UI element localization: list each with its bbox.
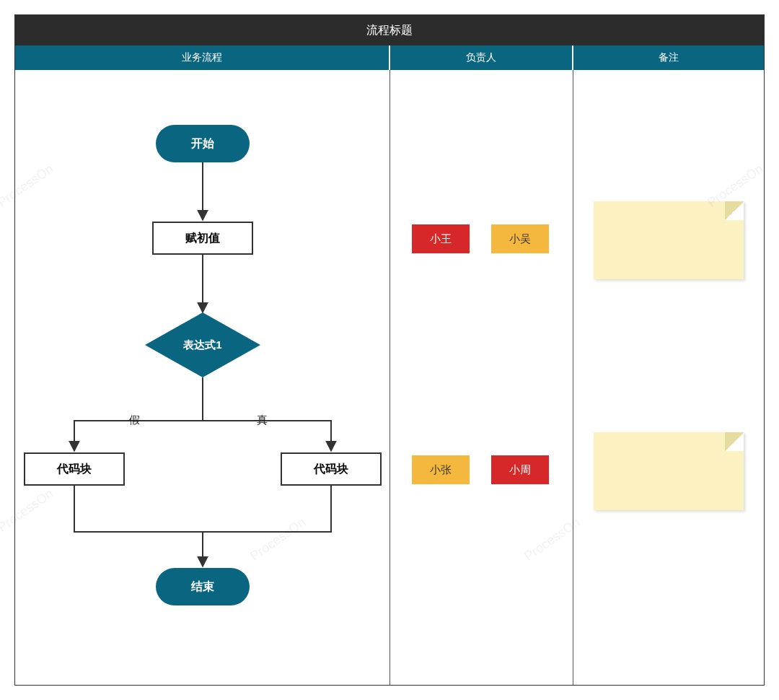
sticky-note-2[interactable] — [594, 432, 744, 510]
node-start[interactable]: 开始 — [156, 125, 250, 162]
node-code-left[interactable]: 代码块 — [24, 452, 125, 486]
sticky-note-1[interactable] — [594, 201, 744, 279]
diagram-title: 流程标题 — [366, 23, 413, 38]
owner-tag-zhang[interactable]: 小张 — [412, 455, 470, 484]
owner-tag-wang[interactable]: 小王 — [412, 224, 470, 253]
col-process: 开始 赋初值 表达式1 假 真 代码块 代码块 — [15, 70, 390, 685]
col-header-process: 业务流程 — [15, 45, 390, 70]
diagram-body: 开始 赋初值 表达式1 假 真 代码块 代码块 — [15, 70, 764, 685]
col-notes: ProcessOn — [573, 70, 764, 685]
owner-tag-wu[interactable]: 小吴 — [491, 224, 549, 253]
watermark: ProcessOn — [247, 515, 309, 564]
owner-tag-zhou[interactable]: 小周 — [491, 455, 549, 484]
node-decision[interactable]: 表达式1 — [145, 312, 260, 377]
watermark: ProcessOn — [0, 161, 56, 210]
node-init[interactable]: 赋初值 — [152, 222, 253, 255]
swimlane-diagram: 流程标题 业务流程 负责人 备注 — [14, 14, 765, 686]
col-header-owner: 负责人 — [390, 45, 573, 70]
label-true: 真 — [257, 414, 268, 427]
label-false: 假 — [129, 414, 140, 427]
col-owners: 小王 小吴 小张 小周 ProcessOn — [390, 70, 573, 685]
watermark: ProcessOn — [0, 486, 56, 535]
node-end[interactable]: 结束 — [156, 568, 250, 605]
col-header-notes: 备注 — [573, 45, 764, 70]
diagram-title-bar: 流程标题 — [15, 15, 764, 45]
column-headers: 业务流程 负责人 备注 — [15, 45, 764, 70]
node-code-right[interactable]: 代码块 — [281, 452, 382, 486]
